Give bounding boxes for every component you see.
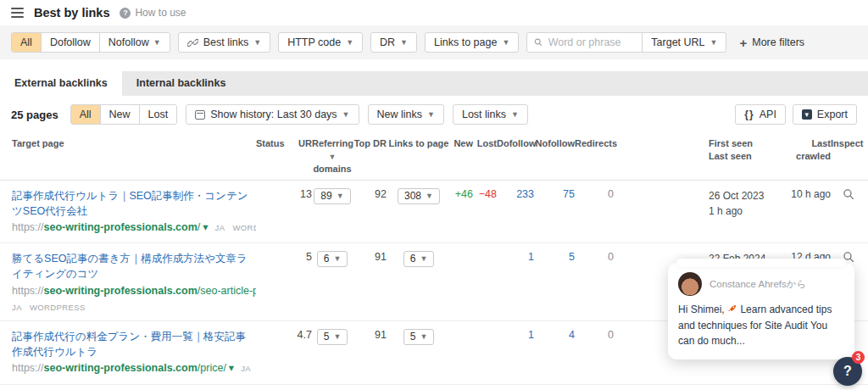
col-lost[interactable]: Lost xyxy=(473,137,497,150)
help-circle-icon: ? xyxy=(120,8,131,19)
plus-icon: + xyxy=(739,36,747,49)
menu-icon[interactable] xyxy=(11,8,24,18)
top-dr-value: 92 xyxy=(353,188,387,200)
chevron-down-icon: ▼ xyxy=(710,38,718,47)
chat-message: Hi Shimei, Learn advanced tips and techn… xyxy=(678,302,844,349)
url-dropdown-caret[interactable]: ▾ xyxy=(229,362,234,374)
url-path: /seo-article-production/ xyxy=(198,285,256,297)
col-nofollow[interactable]: Nofollow xyxy=(534,137,575,150)
chevron-down-icon: ▼ xyxy=(400,38,408,47)
links-to-page-dropdown[interactable]: 6▼ xyxy=(403,251,435,267)
url-path: /price/ xyxy=(198,362,226,374)
nofollow-link[interactable]: 75 xyxy=(534,188,575,200)
show-history-dropdown[interactable]: Show history: Last 30 days▼ xyxy=(186,104,359,125)
http-code-dropdown[interactable]: HTTP code▼ xyxy=(278,32,363,53)
chevron-down-icon: ▼ xyxy=(420,254,427,263)
col-top-dr[interactable]: Top DR xyxy=(353,137,387,150)
first-seen-value: 26 Oct 2023 xyxy=(709,188,787,203)
cms-tag: WORDPRESS xyxy=(232,223,256,232)
redirects-value: 0 xyxy=(575,329,614,341)
follow-segmented-control: All Dofollow Nofollow▼ xyxy=(11,32,170,53)
dofollow-link[interactable]: 1 xyxy=(497,329,534,341)
tab-external-backlinks[interactable]: External backlinks xyxy=(0,71,122,96)
links-to-page-cell: 6▼ xyxy=(387,251,451,267)
new-links-dropdown[interactable]: New links▼ xyxy=(368,104,444,125)
language-tag: JA xyxy=(12,303,22,312)
toolbar-lost-button[interactable]: Lost xyxy=(140,105,177,124)
api-button[interactable]: {} API xyxy=(735,104,786,125)
tag-line: JAWORDPRESS xyxy=(12,301,256,313)
search-icon xyxy=(534,37,542,47)
target-url-line: https://seo-writing-professionals.com/pr… xyxy=(12,361,256,376)
links-to-page-cell: 308▼ xyxy=(387,188,451,204)
dofollow-link[interactable]: 233 xyxy=(497,188,534,200)
export-button[interactable]: ▾ Export xyxy=(793,104,857,125)
chevron-down-icon: ▼ xyxy=(333,332,341,341)
toolbar-new-button[interactable]: New xyxy=(101,105,140,124)
chevron-down-icon: ▼ xyxy=(342,110,350,119)
target-page-cell: 勝てるSEO記事の書き方｜構成作成方法や文章ライティングのコツ https://… xyxy=(12,251,256,313)
new-value: +46 xyxy=(451,188,473,200)
col-redirects[interactable]: Redirects xyxy=(575,137,614,150)
referring-domains-dropdown[interactable]: 5▼ xyxy=(317,329,348,345)
url-dropdown-caret[interactable]: ▾ xyxy=(203,221,208,233)
last-seen-value: 1 h ago xyxy=(709,203,787,219)
redirects-value: 0 xyxy=(575,251,614,263)
last-crawled-value: 10 h ago xyxy=(787,188,831,200)
dr-dropdown[interactable]: DR▼ xyxy=(370,32,417,53)
search-box xyxy=(527,33,642,52)
col-status[interactable]: Status xyxy=(256,137,287,150)
filter-dofollow-button[interactable]: Dofollow xyxy=(42,33,100,52)
table-row: SEOリライトのやり方完全ガイド｜コツ・記事選定法をプロが解説 https://… xyxy=(0,385,868,390)
all-new-lost-segmented: All New Lost xyxy=(70,104,178,125)
target-page-link[interactable]: 勝てるSEO記事の書き方｜構成作成方法や文章ライティングのコツ xyxy=(12,253,248,280)
referring-domains-dropdown[interactable]: 89▼ xyxy=(314,188,350,204)
avatar xyxy=(678,272,702,296)
url-domain: seo-writing-professionals.com xyxy=(44,221,198,233)
col-links-to-page[interactable]: Links to page xyxy=(387,137,451,150)
target-url-dropdown[interactable]: Target URL▼ xyxy=(642,33,726,52)
chevron-down-icon: ▼ xyxy=(502,38,509,47)
lost-value: −48 xyxy=(473,188,497,200)
col-new[interactable]: New xyxy=(451,137,473,150)
toolbar-all-button[interactable]: All xyxy=(71,105,101,124)
top-dr-value: 91 xyxy=(353,251,387,263)
nofollow-link[interactable]: 4 xyxy=(534,329,575,341)
tab-strip: External backlinks Internal backlinks xyxy=(0,71,868,96)
chat-popup[interactable]: Constance Ahrefsから Hi Shimei, Learn adva… xyxy=(668,263,854,359)
help-button[interactable]: ? 3 xyxy=(833,357,862,386)
app-window: Best by links ? How to use All Dofollow … xyxy=(0,0,868,390)
links-to-page-dropdown[interactable]: 308▼ xyxy=(398,188,440,204)
how-to-use-link[interactable]: ? How to use xyxy=(120,7,186,19)
url-domain: seo-writing-professionals.com xyxy=(44,285,198,297)
tab-internal-backlinks[interactable]: Internal backlinks xyxy=(122,71,241,96)
filter-all-button[interactable]: All xyxy=(12,33,42,52)
nofollow-link[interactable]: 5 xyxy=(534,251,575,263)
target-page-link[interactable]: 記事作成代行ウルトラ｜SEO記事制作・コンテンツSEO代行会社 xyxy=(12,190,248,217)
lost-links-dropdown[interactable]: Lost links▼ xyxy=(453,104,528,125)
filter-bar: All Dofollow Nofollow▼ Best links▼ HTTP … xyxy=(0,25,868,59)
sort-caret-icon: ▼ xyxy=(329,153,337,161)
target-page-cell: 記事作成代行の料金プラン・費用一覧｜格安記事作成代行ウルトラ https://s… xyxy=(12,329,256,376)
search-input[interactable] xyxy=(548,36,636,48)
links-to-page-dropdown-filter[interactable]: Links to page▼ xyxy=(425,32,519,53)
pages-count: 25 pages xyxy=(11,109,58,121)
filter-nofollow-button[interactable]: Nofollow▼ xyxy=(100,33,170,52)
best-links-dropdown[interactable]: Best links▼ xyxy=(178,32,270,53)
col-dofollow[interactable]: Dofollow xyxy=(497,137,534,150)
col-ur[interactable]: UR xyxy=(287,137,312,150)
more-filters-button[interactable]: + More filters xyxy=(739,36,804,49)
inspect-button[interactable] xyxy=(831,188,856,200)
ur-value: 13 xyxy=(287,188,312,200)
chevron-down-icon: ▼ xyxy=(420,332,427,341)
col-target-page[interactable]: Target page xyxy=(12,137,256,150)
links-to-page-dropdown[interactable]: 5▼ xyxy=(403,329,435,345)
ur-value: 5 xyxy=(287,251,312,263)
col-last-crawled[interactable]: Last crawled xyxy=(787,137,831,163)
target-page-link[interactable]: 記事作成代行の料金プラン・費用一覧｜格安記事作成代行ウルトラ xyxy=(12,331,246,358)
col-first-last-seen[interactable]: First seen Last seen xyxy=(709,137,787,163)
referring-domains-dropdown[interactable]: 6▼ xyxy=(317,251,348,267)
url-scheme: https:// xyxy=(12,221,44,233)
col-referring-domains[interactable]: Referring ▼ domains xyxy=(312,137,353,176)
dofollow-link[interactable]: 1 xyxy=(497,251,534,263)
